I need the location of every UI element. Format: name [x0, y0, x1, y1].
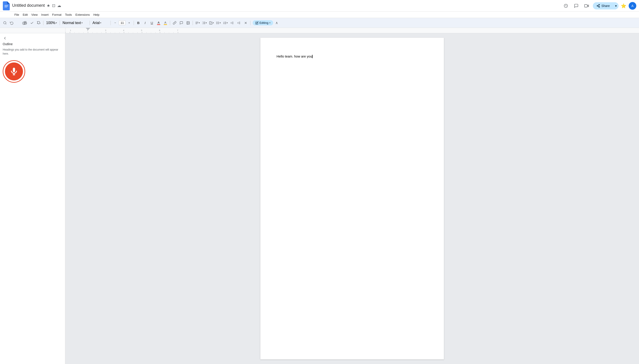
svg-rect-5 [584, 4, 587, 7]
history-button[interactable] [562, 2, 570, 10]
editing-mode-dropdown[interactable]: Editing ▾ [253, 20, 273, 26]
bookmark-icon[interactable]: ⭐ [621, 3, 626, 8]
font-value: Arial [92, 21, 100, 25]
text-color-button[interactable]: A [155, 20, 162, 26]
style-dropdown[interactable]: Normal text ▾ [61, 20, 88, 26]
separator-7 [192, 21, 193, 25]
svg-rect-70 [13, 68, 15, 72]
undo-button[interactable] [9, 20, 15, 26]
svg-line-7 [598, 5, 599, 6]
svg-text:1: 1 [70, 29, 71, 32]
zoom-value: 100% [46, 21, 55, 25]
svg-rect-1 [5, 6, 8, 6]
image-button[interactable] [185, 20, 191, 26]
microphone-button[interactable] [3, 60, 25, 83]
avatar[interactable]: A [629, 2, 636, 10]
ruler-ticks: 1 2 3 4 5 6 [66, 28, 639, 33]
menu-edit[interactable]: Edit [21, 12, 30, 17]
font-dropdown[interactable]: Arial ▾ [91, 20, 109, 26]
document-content[interactable]: Hello team. how are you [277, 54, 428, 59]
bold-button[interactable]: B [135, 20, 141, 26]
sidebar: Outline Headings you add to the document… [0, 33, 65, 364]
svg-rect-2 [5, 7, 7, 7]
menu-help[interactable]: Help [92, 12, 101, 17]
clear-formatting-button[interactable] [243, 20, 249, 26]
editing-chevron: ▾ [269, 22, 271, 24]
checklist-chevron: ▾ [213, 22, 214, 24]
separator-5 [134, 21, 134, 25]
svg-line-6 [598, 6, 599, 7]
sidebar-back-button[interactable] [3, 36, 62, 40]
separator-4 [110, 21, 111, 25]
chat-button[interactable] [572, 2, 580, 10]
bulleted-list-button[interactable]: ▾ [215, 20, 222, 26]
docs-logo-icon [3, 1, 10, 10]
align-chevron: ▾ [199, 22, 200, 24]
text-color-label: A [157, 21, 159, 24]
paint-format-button[interactable] [36, 20, 42, 26]
zoom-dropdown[interactable]: 100% ▾ [45, 20, 58, 26]
share-button-group[interactable]: Share ▾ [593, 2, 618, 10]
document-area[interactable]: Hello team. how are you [65, 33, 639, 364]
zoom-chevron: ▾ [56, 22, 57, 24]
title-area: Untitled document ★ ⊡ ☁ [12, 3, 562, 8]
style-chevron: ▾ [81, 22, 83, 24]
microphone-icon [10, 67, 19, 76]
numbered-list-button[interactable]: ▾ [222, 20, 229, 26]
font-size-display[interactable]: 11 [119, 20, 126, 25]
share-dropdown-button[interactable]: ▾ [613, 2, 618, 10]
meet-button[interactable] [582, 2, 591, 10]
svg-text:3: 3 [105, 29, 106, 32]
document-text: Hello team. how are you [277, 54, 312, 58]
share-label: Share [601, 4, 610, 8]
svg-point-23 [217, 23, 217, 23]
indent-increase-button[interactable] [236, 20, 242, 26]
doc-title[interactable]: Untitled document [12, 3, 45, 8]
separator-8 [250, 21, 251, 25]
spellcheck-button[interactable] [29, 20, 35, 26]
menu-bar-row: File Edit View Insert Format Tools Exten… [0, 12, 639, 18]
svg-point-24 [217, 24, 217, 24]
main-area: Outline Headings you add to the document… [0, 33, 639, 364]
bulleted-chevron: ▾ [220, 22, 221, 24]
redo-button[interactable] [15, 20, 22, 26]
font-size-minus-button[interactable]: − [112, 20, 118, 26]
mic-inner [5, 62, 23, 80]
menu-tools[interactable]: Tools [63, 12, 74, 17]
svg-point-8 [4, 22, 6, 24]
menu-insert[interactable]: Insert [39, 12, 50, 17]
menu-view[interactable]: View [30, 12, 39, 17]
text-cursor [312, 55, 313, 58]
align-button[interactable]: ▾ [194, 20, 201, 26]
search-button[interactable] [2, 20, 8, 26]
link-button[interactable] [171, 20, 178, 26]
menu-extensions[interactable]: Extensions [74, 12, 92, 17]
svg-point-22 [217, 22, 217, 22]
font-chevron: ▾ [100, 22, 101, 24]
separator-3 [90, 21, 90, 25]
svg-point-12 [187, 22, 188, 22]
document-page: Hello team. how are you [260, 38, 444, 360]
menu-file[interactable]: File [13, 12, 21, 17]
font-size-plus-button[interactable]: + [126, 20, 132, 26]
checklist-button[interactable]: ▾ [208, 20, 215, 26]
underline-button[interactable]: U [149, 20, 155, 26]
cloud-icon[interactable]: ☁ [57, 3, 61, 8]
ruler: 1 2 3 4 5 6 [0, 28, 639, 33]
svg-line-9 [6, 24, 6, 24]
share-button[interactable]: Share [593, 2, 613, 10]
line-spacing-chevron: ▾ [206, 22, 207, 24]
folder-icon[interactable]: ⊡ [52, 3, 55, 8]
menu-format[interactable]: Format [50, 12, 63, 17]
comment-button[interactable] [178, 20, 184, 26]
highlight-button[interactable]: A [162, 20, 168, 26]
numbered-chevron: ▾ [227, 22, 228, 24]
indent-decrease-button[interactable] [229, 20, 235, 26]
toolbar-collapse-button[interactable]: ∧ [274, 20, 280, 26]
highlight-label: A [164, 21, 166, 24]
italic-button[interactable]: I [142, 20, 148, 26]
title-bar: Untitled document ★ ⊡ ☁ Share ▾ ⭐ A [0, 0, 639, 12]
line-spacing-button[interactable]: ▾ [201, 20, 208, 26]
title-bar-right: Share ▾ ⭐ A [562, 2, 636, 10]
star-icon[interactable]: ★ [47, 3, 50, 8]
